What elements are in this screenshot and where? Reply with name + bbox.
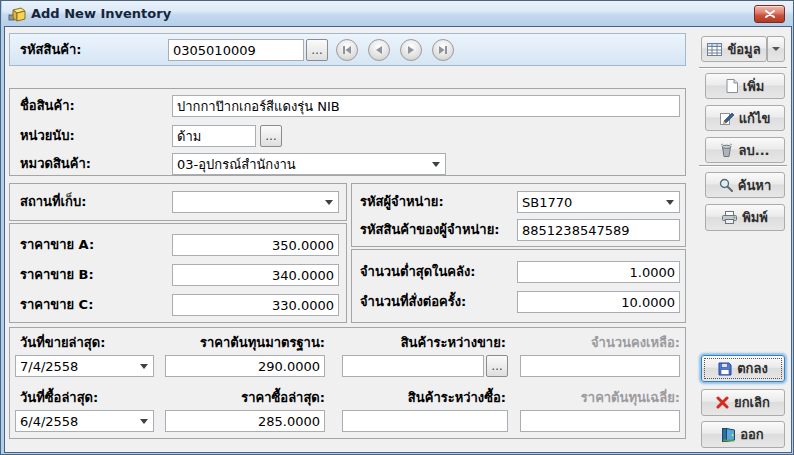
printer-icon bbox=[722, 211, 737, 224]
qty-on-hand-input bbox=[520, 355, 680, 377]
price-c-label: ราคาขาย C: bbox=[20, 296, 93, 314]
product-code-browse-button[interactable]: … bbox=[306, 39, 328, 61]
search-button[interactable]: ค้นหา bbox=[705, 172, 785, 198]
data-button[interactable]: ข้อมูล bbox=[701, 36, 767, 62]
chevron-down-icon bbox=[666, 200, 674, 205]
last-sale-date-label: วันที่ขายล่าสุด: bbox=[20, 334, 105, 352]
last-sale-date-combobox[interactable]: 7/4/2558 bbox=[15, 355, 154, 377]
product-code-panel: รหัสสินค้า: … bbox=[9, 33, 686, 66]
last-buy-date-label: วันที่ซื้อล่าสุด: bbox=[20, 389, 98, 407]
last-record-icon bbox=[438, 45, 448, 55]
last-buy-date-value: 6/4/2558 bbox=[20, 414, 78, 429]
next-record-icon bbox=[406, 45, 416, 55]
chevron-down-icon bbox=[325, 200, 333, 205]
location-panel: สถานที่เก็บ: bbox=[9, 183, 347, 221]
last-buy-price-label: ราคาซื้อล่าสุด: bbox=[165, 389, 325, 407]
price-b-label: ราคาขาย B: bbox=[20, 266, 94, 284]
edit-button-label: แก้ไข bbox=[739, 108, 771, 129]
cancel-button-label: ยกเลิก bbox=[734, 392, 770, 413]
pending-buy-input[interactable] bbox=[342, 410, 508, 432]
supplier-item-code-input[interactable] bbox=[517, 219, 680, 241]
unit-browse-button[interactable]: … bbox=[260, 125, 282, 147]
recycle-bin-icon bbox=[720, 143, 733, 157]
pending-sale-label: สินค้าระหว่างขาย: bbox=[310, 334, 506, 352]
unit-input[interactable] bbox=[172, 125, 256, 147]
supplier-item-code-label: รหัสสินค้าของผู้จำหน่าย: bbox=[360, 221, 499, 239]
red-x-icon bbox=[716, 396, 729, 409]
general-info-panel: ชื่อสินค้า: หน่วยนับ: … หมวดสินค้า: 03-อ… bbox=[9, 88, 686, 176]
close-button[interactable] bbox=[754, 5, 785, 23]
product-code-input[interactable] bbox=[168, 39, 304, 61]
new-page-icon bbox=[726, 79, 738, 93]
ok-button-label: ตกลง bbox=[737, 358, 768, 379]
add-button[interactable]: เพิ่ม bbox=[705, 73, 785, 99]
nav-previous-button[interactable] bbox=[368, 39, 390, 61]
close-icon bbox=[765, 10, 775, 18]
chevron-down-icon bbox=[772, 47, 780, 51]
chevron-down-icon bbox=[140, 364, 148, 369]
product-name-label: ชื่อสินค้า: bbox=[20, 97, 75, 115]
price-c-input[interactable] bbox=[172, 294, 339, 316]
data-dropdown-button[interactable] bbox=[767, 36, 785, 62]
category-value: 03-อุปกรณ์สำนักงาน bbox=[177, 154, 296, 175]
search-button-label: ค้นหา bbox=[738, 175, 771, 196]
category-label: หมวดสินค้า: bbox=[20, 155, 91, 173]
reorder-qty-input[interactable] bbox=[517, 291, 680, 313]
exit-button-label: ออก bbox=[740, 424, 764, 445]
price-a-label: ราคาขาย A: bbox=[20, 236, 94, 254]
ok-button[interactable]: ตกลง bbox=[701, 355, 785, 382]
save-disk-icon bbox=[718, 362, 732, 376]
supplier-code-combobox[interactable]: SB1770 bbox=[517, 191, 680, 213]
chevron-down-icon bbox=[140, 419, 148, 424]
first-record-icon bbox=[342, 45, 352, 55]
min-stock-input[interactable] bbox=[517, 261, 680, 283]
previous-record-icon bbox=[374, 45, 384, 55]
standard-cost-input[interactable] bbox=[165, 355, 325, 377]
table-icon bbox=[707, 43, 722, 56]
standard-cost-label: ราคาต้นทุนมาตรฐาน: bbox=[165, 334, 325, 352]
product-code-label: รหัสสินค้า: bbox=[20, 41, 82, 59]
sale-prices-panel: ราคาขาย A: ราคาขาย B: ราคาขาย C: bbox=[9, 223, 347, 323]
chevron-down-icon bbox=[432, 162, 440, 167]
nav-first-button[interactable] bbox=[336, 39, 358, 61]
cancel-button[interactable]: ยกเลิก bbox=[701, 389, 785, 416]
unit-label: หน่วยนับ: bbox=[20, 127, 75, 145]
qty-on-hand-label: จำนวนคงเหลือ: bbox=[520, 334, 680, 352]
window-title: Add New Inventory bbox=[31, 6, 171, 21]
price-a-input[interactable] bbox=[172, 234, 339, 256]
history-panel: วันที่ขายล่าสุด: ราคาต้นทุนมาตรฐาน: สินค… bbox=[9, 327, 686, 439]
add-button-label: เพิ่ม bbox=[743, 76, 765, 97]
delete-button-label: ลบ... bbox=[738, 140, 769, 161]
min-stock-label: จำนวนต่ำสุดในคลัง: bbox=[360, 263, 476, 281]
pending-buy-label: สินค้าระหว่างซื้อ: bbox=[310, 389, 506, 407]
last-sale-date-value: 7/4/2558 bbox=[20, 359, 78, 374]
data-button-label: ข้อมูล bbox=[727, 39, 760, 60]
toolbar-separator bbox=[699, 165, 787, 166]
exit-door-icon bbox=[722, 428, 735, 442]
delete-button[interactable]: ลบ... bbox=[705, 137, 785, 163]
supplier-panel: รหัสผู้จำหน่าย: SB1770 รหัสสินค้าของผู้จ… bbox=[351, 183, 686, 247]
last-buy-price-input[interactable] bbox=[165, 410, 325, 432]
location-label: สถานที่เก็บ: bbox=[20, 193, 86, 211]
pending-sale-input[interactable] bbox=[342, 355, 484, 377]
supplier-code-value: SB1770 bbox=[522, 195, 572, 210]
avg-cost-input bbox=[520, 410, 680, 432]
edit-button[interactable]: แก้ไข bbox=[705, 105, 785, 131]
toolbar-separator bbox=[699, 67, 787, 68]
avg-cost-label: ราคาต้นทุนเฉลี่ย: bbox=[520, 389, 680, 407]
last-buy-date-combobox[interactable]: 6/4/2558 bbox=[15, 410, 154, 432]
pencil-icon bbox=[720, 111, 734, 125]
price-b-input[interactable] bbox=[172, 264, 339, 286]
exit-button[interactable]: ออก bbox=[701, 421, 785, 448]
location-combobox[interactable] bbox=[172, 191, 339, 213]
nav-last-button[interactable] bbox=[432, 39, 454, 61]
title-bar[interactable]: Add New Inventory bbox=[2, 1, 793, 26]
category-combobox[interactable]: 03-อุปกรณ์สำนักงาน bbox=[172, 153, 446, 175]
nav-next-button[interactable] bbox=[400, 39, 422, 61]
dialog-window: Add New Inventory รหัสสินค้า: … bbox=[0, 0, 794, 455]
inventory-box-icon bbox=[8, 6, 26, 22]
pending-sale-browse-button[interactable]: … bbox=[486, 355, 508, 377]
print-button-label: พิมพ์ bbox=[742, 207, 768, 228]
product-name-input[interactable] bbox=[172, 95, 680, 117]
print-button[interactable]: พิมพ์ bbox=[705, 204, 785, 231]
